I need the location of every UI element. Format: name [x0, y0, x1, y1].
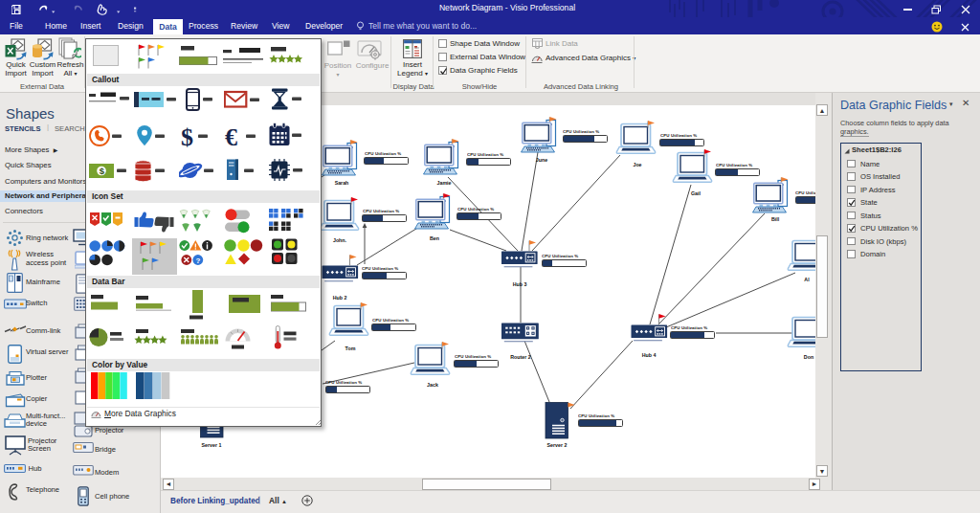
- svg-text:$: $: [100, 166, 105, 176]
- svg-text:€: €: [225, 123, 237, 151]
- svg-text:$: $: [181, 123, 193, 151]
- svg-text:?: ?: [196, 256, 201, 265]
